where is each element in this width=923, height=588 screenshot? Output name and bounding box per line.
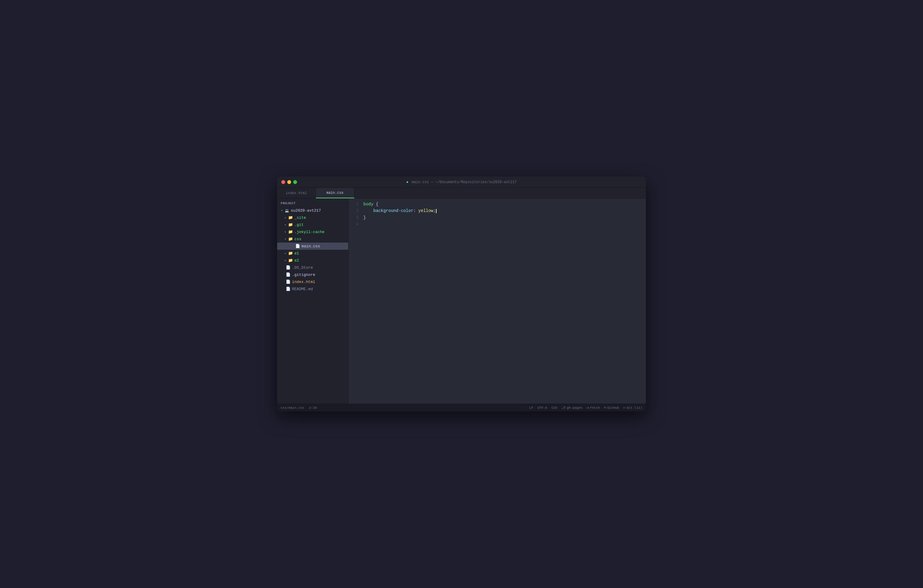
- tab-main-css[interactable]: main.css: [316, 188, 355, 198]
- maximize-button[interactable]: [293, 180, 297, 184]
- tabs-bar: index.html main.css: [277, 188, 646, 199]
- sidebar-item-label: .jekyll-cache: [294, 230, 324, 234]
- close-button[interactable]: [281, 180, 285, 184]
- statusbar-github-text: GitHub: [607, 406, 619, 410]
- token-brace-close: }: [363, 215, 366, 220]
- chevron-icon: [283, 215, 288, 220]
- sidebar-item-gitignore[interactable]: 📄 .gitignore: [277, 271, 348, 278]
- sidebar-item-label: .DS_Store: [292, 266, 313, 270]
- sidebar-item-root[interactable]: 💻 su2020-avt217: [277, 207, 348, 214]
- statusbar-lf-text: LF: [529, 406, 533, 410]
- statusbar-github[interactable]: GitHub: [604, 406, 619, 410]
- statusbar-filepath: css/main.css: [281, 406, 304, 410]
- folder-icon: 📁: [288, 237, 293, 242]
- github-icon: [604, 406, 606, 410]
- file-icon: 📄: [286, 272, 291, 278]
- spacer: [290, 244, 295, 248]
- sidebar-item-site[interactable]: 📁 _site: [277, 214, 348, 221]
- titlebar: ● main.css — ~/Documents/Repositories/su…: [277, 177, 646, 188]
- statusbar-encoding: UTF-8: [537, 406, 547, 410]
- sidebar-item-label: e2: [294, 258, 299, 263]
- sidebar-item-readme[interactable]: 📄 README.md: [277, 286, 348, 292]
- minimize-button[interactable]: [287, 180, 291, 184]
- sidebar-item-index-html[interactable]: 📄 index.html: [277, 278, 348, 286]
- file-icon: 📄: [286, 286, 291, 292]
- chevron-icon: [283, 230, 288, 234]
- statusbar-line-ending: LF: [529, 406, 533, 410]
- sidebar-header: Project: [277, 200, 348, 207]
- sidebar-item-ds-store[interactable]: 📄 .DS_Store: [277, 264, 348, 271]
- token-property: background-color: [373, 209, 413, 213]
- sidebar-item-label: css: [294, 237, 301, 241]
- folder-icon: 📁: [288, 215, 293, 220]
- token-colon: :: [413, 209, 419, 213]
- text-cursor: [436, 209, 437, 213]
- line-number-3: 3: [351, 214, 359, 221]
- line-number-1: 1: [351, 201, 359, 207]
- statusbar-language: CSS: [551, 406, 557, 410]
- sidebar-item-label: .gitignore: [292, 273, 315, 277]
- app-window: ● main.css — ~/Documents/Repositories/su…: [277, 177, 646, 411]
- statusbar-language-text: CSS: [551, 406, 557, 410]
- folder-icon: 📁: [288, 229, 293, 235]
- sidebar-item-main-css[interactable]: 📄 main.css: [277, 243, 348, 250]
- code-line-2: background-color: yellow;: [363, 207, 646, 214]
- tab-index-html[interactable]: index.html: [277, 188, 316, 198]
- statusbar-filepath-text: css/main.css: [281, 406, 304, 410]
- statusbar-fetch[interactable]: Fetch: [587, 406, 600, 410]
- sidebar-item-label: index.html: [292, 280, 315, 284]
- sidebar-item-label: README.md: [292, 287, 313, 291]
- window-title-text: main.css — ~/Documents/Repositories/su20…: [412, 180, 517, 184]
- token-semicolon: ;: [433, 209, 436, 213]
- statusbar-fetch-text: Fetch: [590, 406, 600, 410]
- statusbar-cursor: 2:28: [309, 406, 317, 410]
- git-branch-icon: [562, 406, 566, 410]
- tab-label-main-css: main.css: [327, 191, 344, 195]
- traffic-lights: [277, 180, 297, 184]
- sidebar-item-jekyll-cache[interactable]: 📁 .jekyll-cache: [277, 228, 348, 235]
- sidebar-item-e1[interactable]: 📁 e1: [277, 250, 348, 257]
- statusbar-encoding-text: UTF-8: [537, 406, 547, 410]
- sidebar: Project 💻 su2020-avt217 📁 _site 📁 .git: [277, 199, 348, 404]
- token-punctuation: {: [373, 202, 379, 207]
- file-icon: 📄: [286, 265, 291, 270]
- sidebar-item-label: su2020-avt217: [291, 209, 321, 213]
- editor-content: 1 2 3 4 body { background-color: yellow;…: [348, 199, 646, 404]
- refresh-icon: [587, 406, 589, 410]
- file-icon: 📄: [295, 243, 301, 249]
- git-icon: [623, 406, 625, 410]
- line-numbers: 1 2 3 4: [348, 199, 363, 404]
- code-line-3: }: [363, 214, 646, 221]
- statusbar-branch[interactable]: gh-pages: [562, 406, 583, 410]
- chevron-icon: [283, 222, 288, 227]
- chevron-icon: [283, 251, 288, 256]
- statusbar-right: LF UTF-8 CSS gh-pages Fetch GitHub: [529, 406, 642, 410]
- statusbar: css/main.css 2:28 LF UTF-8 CSS gh-pages: [277, 404, 646, 411]
- editor[interactable]: 1 2 3 4 body { background-color: yellow;…: [348, 199, 646, 404]
- main-content: Project 💻 su2020-avt217 📁 _site 📁 .git: [277, 199, 646, 404]
- folder-icon: 📁: [288, 258, 293, 263]
- sidebar-item-label: main.css: [302, 244, 320, 248]
- tab-label-index-html: index.html: [286, 191, 307, 195]
- code-area: body { background-color: yellow; }: [363, 199, 646, 404]
- folder-icon: 📁: [288, 222, 293, 227]
- sidebar-item-css[interactable]: 📁 css: [277, 235, 348, 243]
- line-number-4: 4: [351, 221, 359, 227]
- statusbar-branch-text: gh-pages: [567, 406, 583, 410]
- token-value: yellow: [419, 209, 433, 213]
- window-title: ● main.css — ~/Documents/Repositories/su…: [406, 180, 517, 184]
- sidebar-item-label: .git: [294, 223, 304, 227]
- line-number-2: 2: [351, 207, 359, 214]
- statusbar-git[interactable]: Git (11): [623, 406, 642, 410]
- folder-icon: 💻: [284, 208, 290, 213]
- sidebar-item-label: e1: [294, 251, 299, 256]
- chevron-icon: [283, 237, 288, 241]
- file-indicator-icon: ●: [406, 180, 408, 184]
- sidebar-item-git[interactable]: 📁 .git: [277, 221, 348, 228]
- sidebar-item-e2[interactable]: 📁 e2: [277, 257, 348, 264]
- sidebar-item-label: _site: [294, 215, 306, 220]
- file-icon: 📄: [286, 279, 291, 284]
- chevron-icon: [283, 258, 288, 263]
- statusbar-left: css/main.css 2:28: [281, 406, 524, 410]
- chevron-icon: [279, 208, 284, 213]
